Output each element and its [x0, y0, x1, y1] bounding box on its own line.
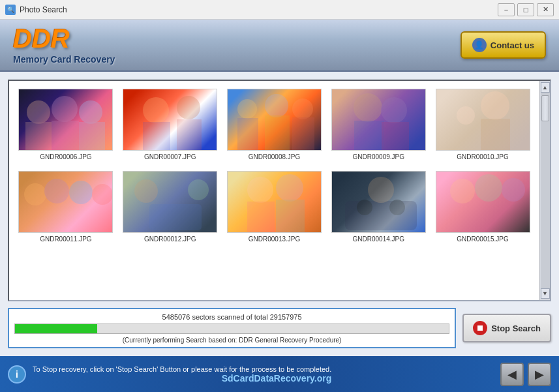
ddr-logo: DDR: [13, 25, 115, 52]
photo-filename: GNDR00011.JPG: [40, 235, 91, 243]
photo-item[interactable]: GNDR00007.JPG: [121, 89, 219, 160]
svg-rect-34: [345, 201, 417, 230]
photo-item[interactable]: GNDR00010.JPG: [434, 89, 532, 160]
maximize-button[interactable]: □: [517, 3, 534, 16]
svg-point-36: [389, 200, 405, 215]
photo-grid-container: GNDR00006.JPGGNDR00007.JPGGNDR00008.JPGG…: [8, 80, 551, 301]
app-subtitle: Memory Card Recovery: [13, 54, 115, 65]
prev-button[interactable]: ◀: [500, 363, 524, 386]
contact-button[interactable]: 👤 Contact us: [461, 31, 546, 59]
photo-filename: GNDR00009.JPG: [353, 153, 404, 160]
svg-point-31: [276, 174, 303, 202]
svg-point-7: [177, 96, 200, 119]
svg-point-0: [27, 100, 50, 124]
svg-rect-32: [247, 202, 275, 232]
photo-item[interactable]: GNDR00012.JPG: [121, 171, 219, 243]
info-icon: i: [8, 365, 26, 384]
progress-bar-fill: [15, 324, 97, 333]
stop-search-button[interactable]: ⏹ Stop Search: [462, 314, 551, 342]
footer-info: i To Stop recovery, click on 'Stop Searc…: [8, 365, 500, 384]
photo-item[interactable]: GNDR00006.JPG: [17, 89, 115, 160]
svg-rect-4: [52, 121, 79, 150]
scroll-down-arrow[interactable]: ▼: [541, 288, 550, 299]
minimize-button[interactable]: −: [498, 3, 515, 16]
svg-rect-22: [481, 119, 510, 150]
title-bar-controls: − □ ✕: [498, 3, 554, 16]
footer-info-text: To Stop recovery, click on 'Stop Search'…: [33, 365, 331, 373]
scroll-up-arrow[interactable]: ▲: [541, 82, 550, 93]
stop-search-label: Stop Search: [491, 324, 541, 333]
photo-thumbnail: [227, 89, 322, 151]
photo-thumb-inner: [19, 172, 112, 232]
photo-thumb-inner: [436, 172, 530, 232]
svg-point-35: [357, 200, 372, 215]
next-button[interactable]: ▶: [528, 363, 551, 386]
photo-thumb-inner: [19, 89, 112, 150]
photo-thumbnail: [227, 171, 322, 233]
photo-filename: GNDR00010.JPG: [457, 153, 508, 160]
photo-thumb-inner: [228, 172, 321, 232]
scroll-thumb[interactable]: [541, 95, 549, 121]
svg-point-24: [44, 179, 69, 204]
svg-point-26: [92, 184, 112, 205]
footer-brand: SdCardDataRecovery.org: [33, 373, 331, 384]
footer-text: To Stop recovery, click on 'Stop Search'…: [33, 365, 331, 384]
photo-thumb-inner: [123, 89, 217, 150]
scroll-track: [541, 93, 550, 288]
stop-icon: ⏹: [473, 321, 487, 335]
photo-thumb-inner: [228, 89, 321, 150]
contact-icon: 👤: [472, 38, 487, 52]
svg-point-6: [143, 97, 169, 123]
svg-rect-3: [25, 122, 52, 150]
progress-area: 5485076 sectors scanned of total 2915797…: [8, 308, 551, 348]
photo-item[interactable]: GNDR00015.JPG: [434, 171, 532, 243]
header-left: DDR Memory Card Recovery: [13, 25, 115, 65]
photo-item[interactable]: GNDR00014.JPG: [329, 171, 427, 243]
photo-item[interactable]: GNDR00011.JPG: [17, 171, 115, 243]
photo-filename: GNDR00012.JPG: [144, 235, 196, 243]
footer: i To Stop recovery, click on 'Stop Searc…: [0, 356, 559, 392]
title-bar-title: Photo Search: [20, 5, 67, 14]
header: DDR Memory Card Recovery 👤 Contact us: [0, 20, 559, 72]
svg-point-21: [457, 106, 475, 125]
svg-point-28: [134, 179, 158, 203]
progress-status-text: (Currently performing Search based on: D…: [14, 337, 449, 344]
svg-point-12: [292, 98, 313, 119]
svg-point-38: [450, 179, 475, 204]
photo-thumbnail: [18, 171, 113, 233]
svg-point-10: [237, 99, 257, 119]
svg-rect-18: [354, 121, 384, 150]
photo-thumbnail: [18, 89, 113, 151]
photo-filename: GNDR00006.JPG: [40, 153, 91, 160]
svg-point-2: [79, 100, 102, 124]
app-icon: 🔍: [5, 5, 16, 15]
photo-thumbnail: [331, 89, 426, 151]
close-button[interactable]: ✕: [537, 3, 554, 16]
svg-point-20: [481, 91, 509, 120]
svg-point-23: [24, 183, 46, 205]
svg-rect-27: [149, 204, 202, 230]
sectors-text: 5485076 sectors scanned of total 2915797…: [14, 313, 449, 321]
photo-thumb-inner: [332, 172, 425, 232]
scrollbar-vertical[interactable]: ▲ ▼: [539, 81, 550, 300]
photo-thumbnail: [331, 171, 426, 233]
main-content: GNDR00006.JPGGNDR00007.JPGGNDR00008.JPGG…: [0, 72, 559, 356]
svg-point-39: [475, 174, 502, 202]
photo-filename: GNDR00008.JPG: [249, 153, 300, 160]
photo-item[interactable]: GNDR00013.JPG: [226, 171, 324, 243]
svg-point-37: [368, 177, 394, 203]
svg-rect-15: [292, 117, 314, 150]
photo-item[interactable]: GNDR00008.JPG: [226, 89, 324, 160]
title-bar-left: 🔍 Photo Search: [5, 5, 67, 15]
svg-point-16: [354, 93, 382, 122]
photo-filename: GNDR00014.JPG: [353, 235, 404, 243]
svg-rect-14: [265, 115, 290, 150]
photo-item[interactable]: GNDR00009.JPG: [329, 89, 427, 160]
photo-thumb-inner: [123, 172, 217, 232]
svg-point-17: [381, 97, 407, 123]
svg-point-1: [52, 96, 78, 122]
svg-point-25: [69, 181, 93, 204]
photo-grid: GNDR00006.JPGGNDR00007.JPGGNDR00008.JPGG…: [9, 81, 539, 300]
svg-rect-8: [143, 122, 170, 150]
photo-filename: GNDR00007.JPG: [144, 153, 196, 160]
